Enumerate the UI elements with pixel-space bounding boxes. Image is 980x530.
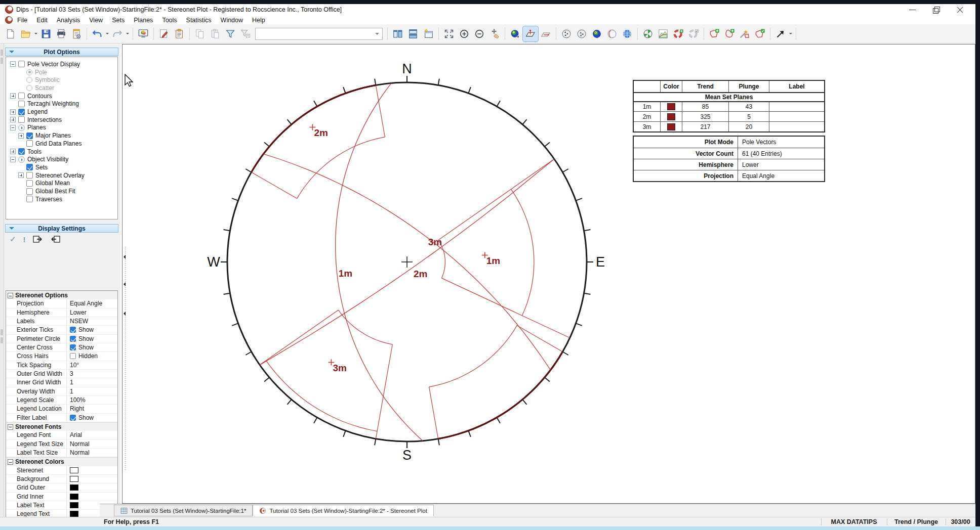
tree-item-grid-data-planes[interactable]: Grid Data Planes: [6, 140, 117, 148]
expand-box-icon[interactable]: [10, 93, 16, 99]
major-planes-button[interactable]: [604, 26, 620, 41]
grid-globe-button[interactable]: [620, 26, 635, 41]
symbolic-plot-button[interactable]: [574, 26, 589, 41]
presentation-button[interactable]: [136, 26, 151, 41]
scroll-arrow-icon[interactable]: [124, 255, 126, 259]
color-swatch[interactable]: [70, 484, 78, 491]
select-arrow-button[interactable]: [773, 26, 788, 41]
prop-value[interactable]: Right: [70, 405, 84, 412]
prop-checkbox[interactable]: [70, 327, 76, 333]
zoom-extents-button[interactable]: [441, 26, 457, 41]
prop-checkbox[interactable]: [70, 344, 76, 350]
prop-value[interactable]: NSEW: [70, 318, 88, 325]
close-button[interactable]: [957, 7, 963, 13]
menu-planes[interactable]: Planes: [129, 16, 157, 24]
new-window-button[interactable]: [421, 26, 436, 41]
color-swatch[interactable]: [70, 476, 78, 482]
menu-edit[interactable]: Edit: [32, 16, 52, 24]
filter-gray-button[interactable]: [238, 26, 253, 41]
checkbox[interactable]: [26, 164, 33, 170]
minimize-button[interactable]: [909, 7, 916, 13]
prop-value[interactable]: Normal: [70, 449, 90, 456]
checkbox[interactable]: [18, 93, 25, 99]
restore-button[interactable]: [933, 7, 940, 13]
tree-item-global-best-fit[interactable]: Global Best Fit: [6, 187, 117, 195]
alert-icon[interactable]: !: [23, 235, 26, 244]
prop-value[interactable]: 100%: [70, 396, 86, 404]
prop-value[interactable]: 10°: [70, 362, 79, 369]
section-toggle-icon[interactable]: [8, 424, 13, 430]
color-swatch[interactable]: [70, 494, 78, 500]
menu-help[interactable]: Help: [248, 16, 270, 24]
checkbox[interactable]: [18, 148, 25, 155]
expand-box-icon[interactable]: [10, 117, 16, 122]
clipboard-report-button[interactable]: [172, 26, 187, 41]
tree-item-symbolic[interactable]: Symbolic: [6, 76, 117, 84]
checkbox[interactable]: [18, 116, 25, 123]
checkbox[interactable]: [26, 180, 33, 187]
tree-item-pole[interactable]: Pole: [6, 68, 117, 76]
prop-value[interactable]: 1: [70, 388, 73, 395]
scroll-arrow-icon[interactable]: [124, 312, 126, 316]
color-swatch[interactable]: [70, 467, 78, 473]
propgrid-section-stereonet-fonts[interactable]: Stereonet Fonts: [6, 422, 117, 431]
expand-box-icon[interactable]: [18, 133, 24, 139]
radio-button[interactable]: [26, 69, 32, 75]
prop-value[interactable]: Lower: [70, 309, 87, 316]
menu-view[interactable]: View: [85, 16, 107, 24]
tree-item-sets[interactable]: Sets: [6, 163, 117, 171]
tree-item-contours[interactable]: Contours: [6, 92, 117, 100]
menu-tools[interactable]: Tools: [157, 16, 181, 24]
collapse-box-icon[interactable]: [10, 61, 16, 67]
save-button[interactable]: [38, 26, 54, 41]
section-toggle-icon[interactable]: [8, 459, 13, 465]
dropdown-caret-icon[interactable]: [105, 26, 110, 41]
copy-button[interactable]: [192, 26, 208, 41]
document-tab-active[interactable]: Tutorial 03 Sets (Set Window)-StartingFi…: [253, 505, 433, 516]
expand-box-icon[interactable]: [10, 109, 16, 115]
checkbox[interactable]: [26, 132, 33, 139]
prop-value[interactable]: Equal Angle: [70, 300, 102, 307]
plane-flat-button[interactable]: [538, 26, 553, 41]
profile-chart-button[interactable]: [656, 26, 671, 41]
export-settings-icon[interactable]: [33, 235, 43, 243]
tree-item-pole-vector-display[interactable]: Pole Vector Display: [6, 60, 117, 68]
radio-button[interactable]: [26, 85, 32, 91]
color-swatch[interactable]: [70, 511, 78, 517]
prop-value[interactable]: Arial: [70, 431, 82, 438]
pole-plot-button[interactable]: [559, 26, 574, 41]
prop-value[interactable]: 3: [70, 370, 73, 377]
tree-item-planes[interactable]: Planes: [6, 124, 117, 132]
plot-options-header[interactable]: Plot Options: [5, 48, 118, 56]
tree-item-legend[interactable]: Legend: [6, 108, 117, 116]
report-button[interactable]: [69, 26, 84, 41]
menu-statistics[interactable]: Statistics: [182, 16, 216, 24]
menu-window[interactable]: Window: [216, 16, 248, 24]
zoom-out-button[interactable]: [472, 26, 487, 41]
scroll-arrow-icon[interactable]: [124, 282, 126, 286]
new-file-button[interactable]: [3, 26, 18, 41]
print-button[interactable]: [54, 26, 69, 41]
checkbox[interactable]: [26, 196, 33, 202]
options-circle-icon[interactable]: [18, 124, 25, 131]
split-vertical-button[interactable]: [390, 26, 405, 41]
window-add-button[interactable]: [707, 26, 722, 41]
color-swatch[interactable]: [70, 502, 78, 508]
contour-plot-button[interactable]: [589, 26, 604, 41]
menu-file[interactable]: File: [13, 16, 32, 24]
redo-button[interactable]: [110, 26, 125, 41]
expand-box-icon[interactable]: [10, 149, 16, 154]
rosette-button[interactable]: [640, 26, 656, 41]
tree-item-tools[interactable]: Tools: [6, 148, 117, 156]
tree-item-object-visibility[interactable]: Object Visibility: [6, 155, 117, 163]
dropdown-caret-icon[interactable]: [33, 26, 38, 41]
checkbox[interactable]: [18, 61, 25, 67]
symbol-filter-combobox[interactable]: [255, 28, 383, 40]
window-wand-button[interactable]: [737, 26, 752, 41]
tree-item-global-mean[interactable]: Global Mean: [6, 180, 117, 188]
tree-item-intersections[interactable]: Intersections: [6, 116, 117, 124]
window-ok-button[interactable]: [752, 26, 767, 41]
display-settings-header[interactable]: Display Settings: [5, 224, 118, 233]
dropdown-caret-icon[interactable]: [788, 26, 793, 41]
prop-checkbox[interactable]: [70, 415, 76, 421]
